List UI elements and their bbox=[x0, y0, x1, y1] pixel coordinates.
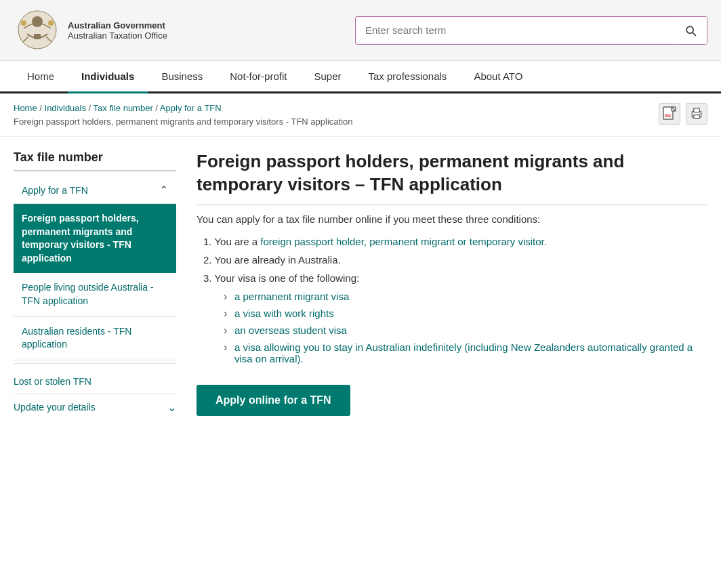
search-area bbox=[355, 16, 707, 45]
page-layout: Tax file number Apply for a TFN ⌃ Foreig… bbox=[0, 137, 721, 440]
condition-1-link[interactable]: foreign passport holder, permanent migra… bbox=[260, 236, 544, 247]
print-svg bbox=[690, 107, 703, 121]
sidebar: Tax file number Apply for a TFN ⌃ Foreig… bbox=[14, 150, 176, 426]
pdf-svg: PDF bbox=[663, 106, 676, 121]
conditions-list: 1. You are a foreign passport holder, pe… bbox=[197, 236, 707, 364]
svg-point-1 bbox=[32, 16, 43, 27]
visa-indefinite-link[interactable]: a visa allowing you to stay in Australia… bbox=[234, 341, 693, 364]
nav-item-super[interactable]: Super bbox=[300, 61, 354, 93]
sidebar-section: Apply for a TFN ⌃ Foreign passport holde… bbox=[14, 177, 176, 360]
logo-area: Australian Government Australian Taxatio… bbox=[14, 8, 167, 52]
sidebar-active-page: Foreign passport holders, permanent migr… bbox=[14, 204, 176, 273]
government-crest-icon bbox=[14, 8, 61, 52]
visa-permanent-link[interactable]: a permanent migrant visa bbox=[234, 291, 349, 302]
nav-item-home[interactable]: Home bbox=[14, 61, 68, 93]
svg-point-11 bbox=[699, 113, 701, 114]
breadcrumb-current-page: Foreign passport holders, permanent migr… bbox=[14, 117, 352, 127]
apply-online-button[interactable]: Apply online for a TFN bbox=[197, 385, 350, 416]
page-title: Foreign passport holders, permanent migr… bbox=[197, 150, 707, 205]
ato-label: Australian Taxation Office bbox=[68, 30, 167, 41]
site-header: Australian Government Australian Taxatio… bbox=[0, 0, 721, 61]
breadcrumb-tax-file-number[interactable]: Tax file number bbox=[94, 103, 153, 113]
condition-3: 3. Your visa is one of the following: a … bbox=[203, 272, 707, 364]
nav-item-individuals[interactable]: Individuals bbox=[68, 61, 148, 93]
search-input[interactable] bbox=[356, 18, 674, 43]
svg-rect-9 bbox=[694, 108, 699, 112]
sidebar-apply-tfn-link[interactable]: Apply for a TFN bbox=[22, 185, 88, 196]
svg-rect-10 bbox=[694, 115, 699, 119]
breadcrumb: Home / Individuals / Tax file number / A… bbox=[14, 102, 352, 128]
nav-item-business[interactable]: Business bbox=[148, 61, 216, 93]
search-icon bbox=[684, 24, 697, 37]
visa-student-link[interactable]: an overseas student visa bbox=[234, 324, 347, 336]
sidebar-misc-links: Lost or stolen TFN Update your details ⌄ bbox=[14, 363, 176, 426]
visa-list: a permanent migrant visa a visa with wor… bbox=[203, 291, 707, 364]
svg-rect-2 bbox=[34, 34, 41, 39]
breadcrumb-bar: Home / Individuals / Tax file number / A… bbox=[0, 93, 721, 137]
svg-point-4 bbox=[48, 20, 54, 26]
print-icon[interactable] bbox=[686, 103, 707, 125]
sidebar-sub-people-living-outside[interactable]: People living outside Australia - TFN ap… bbox=[14, 273, 176, 316]
breadcrumb-apply-tfn[interactable]: Apply for a TFN bbox=[160, 103, 222, 113]
sidebar-update-details-link[interactable]: Update your details ⌄ bbox=[14, 394, 176, 419]
pdf-icon[interactable]: PDF bbox=[659, 103, 680, 125]
search-button[interactable] bbox=[674, 17, 707, 44]
visa-option-work-rights: a visa with work rights bbox=[224, 308, 707, 319]
main-content: Foreign passport holders, permanent migr… bbox=[197, 150, 707, 426]
nav-item-about-ato[interactable]: About ATO bbox=[460, 61, 536, 93]
gov-label: Australian Government bbox=[68, 20, 167, 30]
intro-text: You can apply for a tax file number onli… bbox=[197, 213, 707, 225]
sidebar-link-apply-tfn[interactable]: Apply for a TFN ⌃ bbox=[14, 177, 176, 204]
sidebar-people-outside-link[interactable]: People living outside Australia - TFN ap… bbox=[22, 282, 154, 306]
sidebar-title: Tax file number bbox=[14, 150, 176, 171]
condition-2: 2. You are already in Australia. bbox=[203, 254, 707, 266]
svg-text:PDF: PDF bbox=[665, 114, 672, 118]
sidebar-sub-australian-residents[interactable]: Australian residents - TFN application bbox=[14, 317, 176, 360]
main-nav: Home Individuals Business Not-for-profit… bbox=[0, 61, 721, 93]
visa-work-rights-link[interactable]: a visa with work rights bbox=[234, 308, 334, 319]
page-tools: PDF bbox=[659, 103, 707, 125]
chevron-up-icon: ⌃ bbox=[159, 184, 168, 196]
sidebar-lost-stolen-link[interactable]: Lost or stolen TFN bbox=[14, 371, 176, 394]
search-box bbox=[355, 16, 707, 45]
visa-option-indefinite: a visa allowing you to stay in Australia… bbox=[224, 341, 707, 364]
nav-item-not-for-profit[interactable]: Not-for-profit bbox=[216, 61, 300, 93]
visa-option-student: an overseas student visa bbox=[224, 324, 707, 336]
breadcrumb-individuals[interactable]: Individuals bbox=[45, 103, 86, 113]
condition-1: 1. You are a foreign passport holder, pe… bbox=[203, 236, 707, 247]
nav-item-tax-professionals[interactable]: Tax professionals bbox=[354, 61, 460, 93]
breadcrumb-home[interactable]: Home bbox=[14, 103, 37, 113]
visa-option-permanent: a permanent migrant visa bbox=[224, 291, 707, 302]
svg-point-3 bbox=[21, 20, 26, 26]
sidebar-aus-residents-link[interactable]: Australian residents - TFN application bbox=[22, 326, 131, 350]
chevron-down-icon: ⌄ bbox=[167, 401, 176, 414]
logo-text: Australian Government Australian Taxatio… bbox=[68, 20, 167, 41]
